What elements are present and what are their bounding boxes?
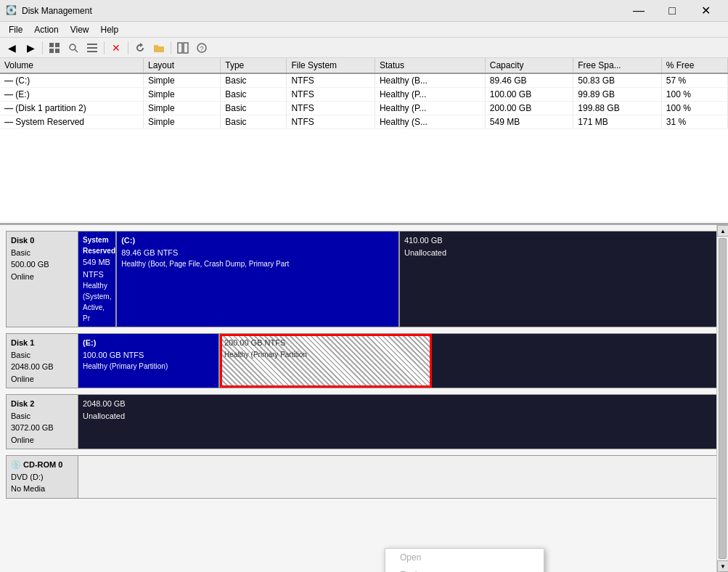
- window-controls: — □ ✕: [622, 0, 722, 22]
- part-desc: Healthy (System, Active, Pr: [83, 280, 111, 324]
- disk-0-part-0[interactable]: System Reserved 549 MB NTFS Healthy (Sys…: [78, 232, 117, 327]
- toolbar-back[interactable]: ◀: [3, 40, 20, 56]
- cell-layout: Simple: [143, 102, 220, 115]
- cell-status: Healthy (S...: [375, 115, 485, 129]
- disk-1-partitions: (E:) 100.00 GB NTFS Healthy (Primary Par…: [78, 333, 722, 388]
- disk-0-label: Disk 0 Basic 500.00 GB Online: [6, 231, 78, 327]
- part-size: 200.00 GB NTFS: [224, 337, 426, 349]
- cdrom-0-row: 💿 CD-ROM 0 DVD (D:) No Media: [6, 455, 722, 499]
- close-button[interactable]: ✕: [689, 0, 722, 22]
- toolbar-forward[interactable]: ▶: [22, 40, 39, 56]
- disk-0-size: 500.00 GB: [11, 258, 73, 271]
- disk-0-part-1[interactable]: (C:) 89.46 GB NTFS Healthy (Boot, Page F…: [117, 232, 400, 327]
- scroll-thumb[interactable]: [719, 238, 727, 559]
- cell-capacity: 200.00 GB: [485, 102, 573, 115]
- toolbar-refresh[interactable]: [131, 40, 149, 56]
- context-menu: Open Explore Mark Partition as Active Ch…: [385, 548, 544, 572]
- disk-1-part-1[interactable]: 200.00 GB NTFS Healthy (Primary Partitio…: [220, 334, 432, 388]
- disk-2-name: Disk 2: [11, 398, 73, 410]
- table-row[interactable]: — (Disk 1 partition 2) Simple Basic NTFS…: [0, 102, 728, 115]
- disk-1-part-0[interactable]: (E:) 100.00 GB NTFS Healthy (Primary Par…: [78, 334, 220, 388]
- part-desc: Unallocated: [83, 410, 717, 422]
- table-row[interactable]: — (E:) Simple Basic NTFS Healthy (P... 1…: [0, 88, 728, 102]
- part-name: 410.00 GB: [404, 234, 717, 247]
- minimize-button[interactable]: —: [622, 0, 655, 22]
- menu-action[interactable]: Action: [28, 22, 64, 38]
- menu-view[interactable]: View: [65, 22, 95, 38]
- toolbar: ◀ ▶ ✕ ?: [0, 38, 728, 58]
- cell-fs: NTFS: [287, 88, 375, 102]
- toolbar-grid[interactable]: [174, 40, 192, 56]
- part-name: (C:): [121, 234, 394, 247]
- cell-layout: Simple: [143, 115, 220, 129]
- disk-1-status: Online: [11, 373, 73, 385]
- cell-free: 171 MB: [573, 115, 662, 129]
- disk-pane: Disk 0 Basic 500.00 GB Online System Res…: [0, 225, 728, 572]
- toolbar-sep3: [128, 41, 128, 54]
- disk-1-row: Disk 1 Basic 2048.00 GB Online (E:) 100.…: [6, 333, 722, 388]
- col-volume[interactable]: Volume: [0, 58, 143, 73]
- disk-pane-scrollbar[interactable]: ▲ ▼: [716, 225, 728, 572]
- cell-volume: — (Disk 1 partition 2): [0, 102, 143, 115]
- disk-2-part-0[interactable]: 2048.00 GB Unallocated: [78, 395, 721, 449]
- toolbar-btn3[interactable]: [83, 40, 101, 56]
- maximize-button[interactable]: □: [655, 0, 689, 22]
- cell-volume: — (E:): [0, 88, 143, 102]
- window-title: Disk Management: [22, 6, 622, 16]
- cdrom-0-label: 💿 CD-ROM 0 DVD (D:) No Media: [6, 455, 78, 499]
- cell-type: Basic: [221, 115, 287, 129]
- table-row[interactable]: — (C:) Simple Basic NTFS Healthy (B... 8…: [0, 73, 728, 88]
- col-fs[interactable]: File System: [287, 58, 375, 73]
- cdrom-0-partitions: [78, 455, 722, 499]
- toolbar-btn1[interactable]: [46, 40, 63, 56]
- col-free[interactable]: Free Spa...: [573, 58, 662, 73]
- menu-file[interactable]: File: [3, 22, 28, 38]
- cell-type: Basic: [221, 88, 287, 102]
- col-pct[interactable]: % Free: [661, 58, 727, 73]
- svg-rect-3: [55, 49, 60, 53]
- cdrom-type: DVD (D:): [11, 471, 73, 483]
- disk-2-status: Online: [11, 434, 73, 446]
- app-icon: 💽: [6, 5, 17, 17]
- svg-rect-7: [87, 47, 97, 49]
- cell-layout: Simple: [143, 73, 220, 88]
- col-status[interactable]: Status: [375, 58, 485, 73]
- menu-help[interactable]: Help: [95, 22, 125, 38]
- col-type[interactable]: Type: [221, 58, 287, 73]
- volume-table: Volume Layout Type File System Status Ca…: [0, 58, 728, 129]
- disk-2-row: Disk 2 Basic 3072.00 GB Online 2048.00 G…: [6, 394, 722, 449]
- svg-line-5: [75, 49, 78, 52]
- toolbar-delete[interactable]: ✕: [107, 40, 125, 56]
- cell-free: 50.83 GB: [573, 73, 662, 88]
- cell-status: Healthy (P...: [375, 88, 485, 102]
- col-layout[interactable]: Layout: [143, 58, 220, 73]
- cell-pct: 31 %: [661, 115, 727, 129]
- cell-layout: Simple: [143, 88, 220, 102]
- col-capacity[interactable]: Capacity: [485, 58, 573, 73]
- toolbar-btn2[interactable]: [65, 40, 82, 56]
- toolbar-folder[interactable]: [150, 40, 168, 56]
- disk-1-part-2[interactable]: [432, 334, 721, 388]
- part-desc: Healthy (Primary Partition: [224, 349, 426, 360]
- table-row[interactable]: — System Reserved Simple Basic NTFS Heal…: [0, 115, 728, 129]
- scroll-down[interactable]: ▼: [717, 560, 728, 572]
- disk-0-name: Disk 0: [11, 234, 73, 247]
- main-window: Volume Layout Type File System Status Ca…: [0, 58, 728, 572]
- scroll-up[interactable]: ▲: [717, 225, 728, 237]
- disk-0-partitions: System Reserved 549 MB NTFS Healthy (Sys…: [78, 231, 722, 327]
- svg-rect-1: [55, 43, 60, 47]
- cell-status: Healthy (B...: [375, 73, 485, 88]
- part-name: System Reserved: [83, 234, 111, 256]
- part-name: 2048.00 GB: [83, 398, 717, 410]
- menu-bar: File Action View Help: [0, 22, 728, 38]
- cell-capacity: 89.46 GB: [485, 73, 573, 88]
- disk-1-label: Disk 1 Basic 2048.00 GB Online: [6, 333, 78, 388]
- disk-0-part-2[interactable]: 410.00 GB Unallocated: [400, 232, 721, 327]
- disk-0-row: Disk 0 Basic 500.00 GB Online System Res…: [6, 231, 722, 327]
- toolbar-sep2: [104, 41, 105, 54]
- cdrom-icon: 💿 CD-ROM 0: [11, 459, 73, 471]
- svg-rect-0: [49, 43, 54, 47]
- cell-pct: 100 %: [661, 88, 727, 102]
- disk-2-size: 3072.00 GB: [11, 422, 73, 434]
- toolbar-help[interactable]: ?: [193, 40, 210, 56]
